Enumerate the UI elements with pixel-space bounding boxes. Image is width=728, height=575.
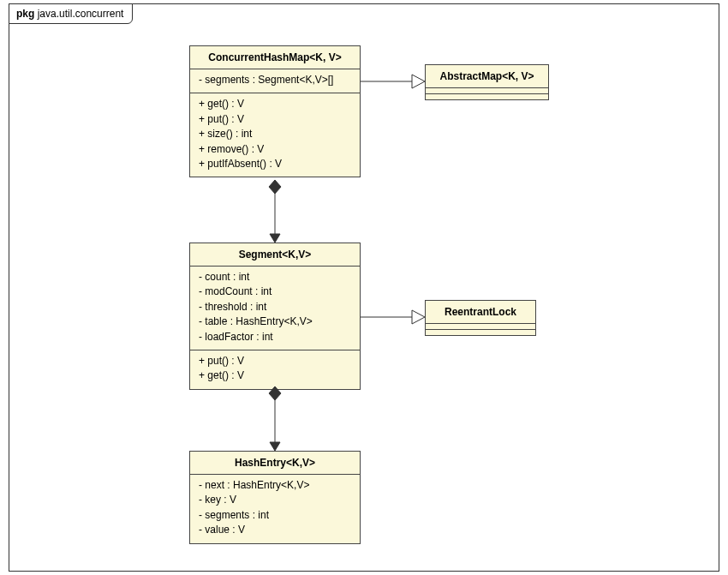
method-line: + put() : V [199,354,351,368]
attribute-line: - key : V [199,493,351,507]
method-line: + size() : int [199,127,351,141]
attribute-line: - modCount : int [199,285,351,299]
attribute-line: - threshold : int [199,300,351,314]
attribute-line: - table : HashEntry<K,V> [199,314,351,329]
connectors-layer [9,4,719,571]
class-methods: + put() : V + get() : V [190,350,360,389]
class-title: HashEntry<K,V> [190,452,360,475]
method-line: + putIfAbsent() : V [199,157,351,171]
method-line: + remove() : V [199,142,351,157]
class-title: ConcurrentHashMap<K, V> [190,46,360,69]
class-reentrantlock: ReentrantLock [425,300,536,336]
class-attributes: - count : int - modCount : int - thresho… [190,267,360,350]
attribute-line: - segments : int [199,508,351,523]
package-name: java.util.concurrent [38,8,124,20]
svg-marker-3 [412,310,425,324]
class-abstractmap: AbstractMap<K, V> [425,64,549,100]
attribute-line: - segments : Segment<K,V>[] [199,73,351,87]
class-attributes: - segments : Segment<K,V>[] [190,69,360,93]
svg-marker-5 [269,180,281,194]
method-line: + get() : V [199,97,351,111]
package-tab: pkg java.util.concurrent [9,3,133,24]
attribute-line: - loadFactor : int [199,330,351,344]
svg-marker-1 [412,75,425,88]
empty-methods [426,330,535,335]
class-attributes: - next : HashEntry<K,V> - key : V - segm… [190,475,360,543]
attribute-line: - next : HashEntry<K,V> [199,478,351,493]
package-frame: pkg java.util.concurrent ConcurrentHashM… [9,3,719,572]
class-hashentry: HashEntry<K,V> - next : HashEntry<K,V> -… [189,451,361,544]
empty-methods [426,94,548,99]
class-segment: Segment<K,V> - count : int - modCount : … [189,243,361,390]
package-keyword: pkg [16,8,34,20]
attribute-line: - value : V [199,523,351,537]
attribute-line: - count : int [199,270,351,285]
empty-attributes [426,88,548,94]
svg-marker-6 [270,234,280,243]
class-methods: + get() : V + put() : V + size() : int +… [190,93,360,177]
empty-attributes [426,324,535,330]
class-title: AbstractMap<K, V> [426,65,548,88]
class-title: Segment<K,V> [190,243,360,267]
class-concurrenthashmap: ConcurrentHashMap<K, V> - segments : Seg… [189,45,361,177]
method-line: + put() : V [199,112,351,127]
method-line: + get() : V [199,368,351,383]
svg-marker-9 [270,442,280,451]
class-title: ReentrantLock [426,301,535,324]
